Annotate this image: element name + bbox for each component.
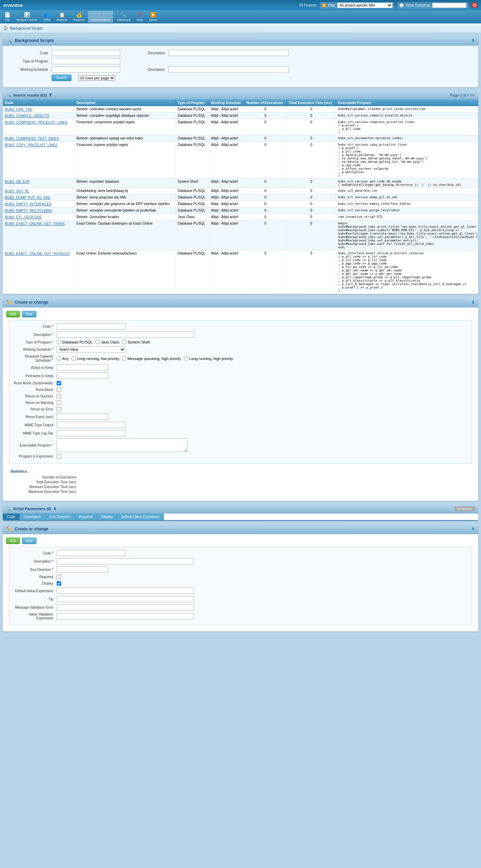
code-link[interactable]: BUBS_EMPTY_INTERFACES [5, 202, 52, 206]
new-button-2[interactable]: New [22, 538, 36, 544]
code-link[interactable]: BUBS_CHK_YSD [5, 108, 32, 111]
radio-any-input[interactable] [57, 356, 61, 361]
description-input[interactable] [168, 50, 289, 56]
cell-code[interactable]: BUBS_ETL_GEOCODE [3, 214, 74, 221]
description2-input[interactable] [168, 66, 289, 72]
menu-item-file[interactable]: 📄 File [2, 11, 13, 23]
code-link[interactable]: BUBS_DB_EXP [5, 180, 30, 184]
col-executable[interactable]: Executable Program [336, 100, 478, 106]
radio-db-plsql[interactable]: Database PL/SQL [57, 340, 93, 344]
script-params-collapse[interactable]: ⬆ [53, 507, 56, 511]
tab-default-value[interactable]: Default Value Expression [117, 514, 164, 520]
create2-default-input[interactable] [57, 588, 194, 594]
create-description-input[interactable] [57, 331, 194, 338]
cell-code[interactable]: BUBS_CHK_YSD [3, 106, 74, 113]
menu-item-budget[interactable]: 📊 Budget Control [14, 11, 40, 23]
radio-high[interactable]: Long running, high priority [184, 356, 233, 361]
code-link[interactable]: BUBS_COMPRESS_PRICELIST_LINES [5, 121, 67, 124]
radio-high-input[interactable] [184, 356, 188, 361]
cell-code[interactable]: BUBS_COMPRESS_TEXT_INDEX [3, 135, 74, 142]
radio-msg[interactable]: Message queueing, high priority [122, 356, 181, 361]
col-time[interactable]: Total Execution Time (sec) [287, 100, 336, 106]
cell-code[interactable]: BUBS_EXACT_ONLINE_OUT_INVOICES [3, 250, 74, 294]
tab-required[interactable]: Required [75, 514, 98, 520]
radio-low-input[interactable] [71, 356, 76, 361]
new-button-1[interactable]: New [22, 311, 36, 317]
code-input[interactable] [52, 50, 120, 56]
search-panel-collapse[interactable]: ⬆ [471, 38, 475, 43]
type-input[interactable] [52, 58, 120, 64]
code-link[interactable]: BUBS_DUMP_PUT_AS_XML [5, 196, 51, 200]
col-type[interactable]: Type of Program [176, 100, 209, 106]
create2-sort-input[interactable] [57, 566, 108, 573]
create2-tip-input[interactable] [57, 596, 194, 602]
tab-display[interactable]: Display [97, 514, 117, 520]
tab-code[interactable]: Code [3, 514, 20, 520]
radio-msg-input[interactable] [122, 356, 126, 361]
tab-description[interactable]: Description [20, 514, 45, 520]
code-link[interactable]: BUBS_COMPRESS_TEXT_INDEX [5, 137, 59, 140]
cell-code[interactable]: BUBS_COMPRESS_PRICELIST_LINES [3, 119, 74, 135]
menu-item-demo[interactable]: ▶️ Demo [146, 11, 160, 23]
runs-alone-checkbox[interactable] [57, 387, 61, 392]
code-link[interactable]: BUBS_ETL_GEOCODE [5, 215, 42, 219]
create-schedule-select[interactable]: Select Value [57, 346, 125, 352]
code-link[interactable]: BUBS_EXACT_ONLINE_GET_TRANS [5, 222, 65, 226]
radio-low[interactable]: Long running, low priority [71, 356, 119, 361]
create-rerun-every-input[interactable] [57, 414, 108, 420]
create2-required-checkbox[interactable] [57, 575, 61, 579]
cell-code[interactable]: BUBS_COPY_PRICELIST_LINES [3, 142, 74, 179]
col-description[interactable]: Description [74, 100, 175, 106]
tab-sort-direction[interactable]: Sort Direction [45, 514, 75, 520]
rerun-success-checkbox[interactable] [57, 394, 61, 398]
create2-display-checkbox[interactable] [57, 581, 61, 586]
menu-item-advanced[interactable]: 🔧 Advanced [114, 11, 133, 23]
add-button-1[interactable]: Add [6, 311, 20, 317]
cell-code[interactable]: BUBS_DEV_BL [3, 188, 74, 194]
create-panel-1-collapse[interactable]: ⬆ [471, 300, 475, 305]
create-mime-output-input[interactable] [57, 422, 125, 428]
radio-java-input[interactable] [96, 340, 100, 344]
menu-item-administration[interactable]: ⚙️ Administration [88, 11, 113, 23]
create2-value-validation-input[interactable] [57, 613, 194, 619]
cell-code[interactable]: BUBS_EMPTY_RECYCLEBIN [3, 207, 74, 214]
col-executions[interactable]: Number of Executions [244, 100, 287, 106]
create-versions-input[interactable] [57, 373, 108, 379]
menu-item-reports[interactable]: 📋 Reports [54, 11, 70, 23]
time-travel-input[interactable] [432, 3, 467, 8]
create-executable-textarea[interactable] [57, 438, 187, 452]
create2-description-input[interactable] [57, 558, 194, 564]
power-button[interactable]: ⏻ [471, 2, 478, 8]
code-link[interactable]: BUBS_EMPTY_RECYCLEBIN [5, 209, 52, 213]
rerun-warning-checkbox[interactable] [57, 401, 61, 405]
radio-any[interactable]: Any [57, 356, 69, 361]
code-link[interactable]: BUBS_COMPILE_OBJECTS [5, 114, 49, 118]
cell-code[interactable]: BUBS_DUMP_PUT_AS_XML [3, 194, 74, 201]
cell-code[interactable]: BUBS_EXACT_ONLINE_GET_TRANS [3, 221, 74, 250]
results-collapse[interactable]: ⬆ [49, 93, 52, 97]
code-link[interactable]: BUBS_DEV_BL [5, 189, 29, 193]
add-button-2[interactable]: Add [6, 538, 20, 544]
menu-item-crm[interactable]: 👥 CRM [41, 11, 53, 23]
project-filter-select[interactable]: No project specific filter [337, 3, 392, 8]
runs-alone-sys-checkbox[interactable] [57, 381, 61, 385]
radio-shell[interactable]: System Shell [122, 340, 149, 344]
search-button[interactable]: Search [52, 75, 71, 81]
rows-select[interactable]: 10 rows per page 25 rows per page 50 row… [78, 75, 115, 81]
cell-code[interactable]: BUBS_COMPILE_OBJECTS [3, 113, 74, 119]
rerun-error-checkbox[interactable] [57, 407, 61, 412]
radio-java[interactable]: Java Class [96, 340, 120, 344]
code-link[interactable]: BUBS_EXACT_ONLINE_OUT_INVOICES [5, 252, 70, 256]
cell-code[interactable]: BUBS_EMPTY_INTERFACES [3, 201, 74, 207]
create2-msg-validation-input[interactable] [57, 604, 194, 610]
radio-db-plsql-input[interactable] [57, 340, 61, 344]
code-link[interactable]: BUBS_COPY_PRICELIST_LINES [5, 143, 57, 147]
create-mime-log-input[interactable] [57, 430, 125, 436]
menu-item-finance[interactable]: 💰 Finance [71, 11, 87, 23]
menu-item-help[interactable]: ❓ Help [134, 11, 146, 23]
working-schedule-input[interactable] [52, 66, 120, 72]
create-code-input[interactable] [57, 323, 125, 329]
create-panel-2-collapse[interactable]: ⬆ [471, 527, 475, 531]
radio-shell-input[interactable] [122, 340, 126, 344]
col-code[interactable]: Code [3, 100, 74, 106]
